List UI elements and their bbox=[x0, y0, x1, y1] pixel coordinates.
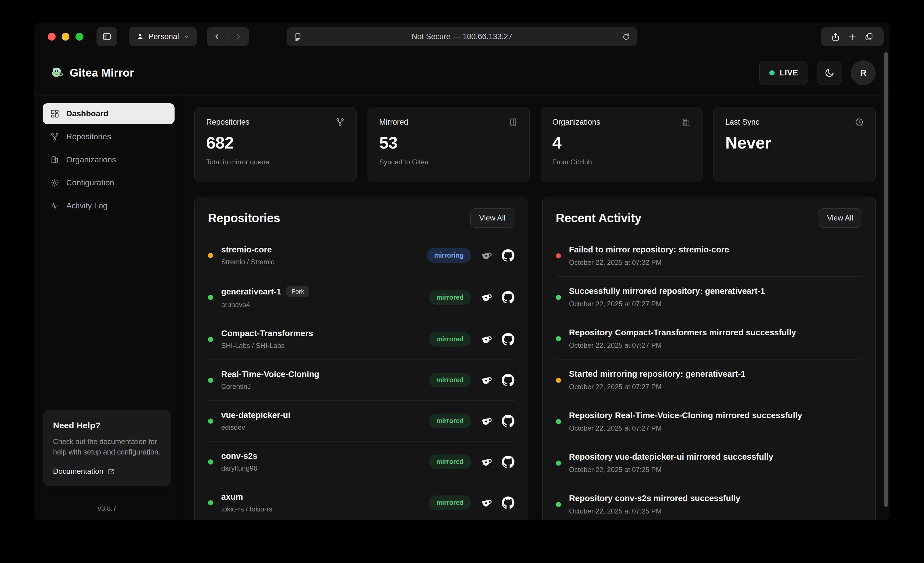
sidebar-item-configuration[interactable]: Configuration bbox=[43, 172, 174, 193]
sidebar-item-icon bbox=[50, 178, 59, 187]
activity-text: Repository vue-datepicker-ui mirrored su… bbox=[569, 452, 773, 462]
zoom-window-button[interactable] bbox=[75, 33, 83, 40]
forward-icon bbox=[234, 33, 242, 40]
help-title: Need Help? bbox=[53, 421, 161, 430]
github-icon[interactable] bbox=[502, 291, 514, 304]
help-box: Need Help? Check out the documentation f… bbox=[43, 410, 171, 486]
gitea-icon[interactable] bbox=[480, 374, 492, 386]
repo-name: conv-s2s bbox=[221, 451, 258, 461]
gitea-icon[interactable] bbox=[480, 497, 492, 509]
app-title: Gitea Mirror bbox=[70, 66, 134, 79]
repo-status-badge: mirrored bbox=[429, 413, 471, 428]
github-icon[interactable] bbox=[502, 249, 514, 262]
repo-owner: Stremio / Stremio bbox=[221, 258, 274, 266]
activity-row[interactable]: Failed to mirror repository: stremio-cor… bbox=[556, 235, 862, 276]
close-window-button[interactable] bbox=[48, 33, 56, 40]
live-dot bbox=[770, 70, 774, 75]
traffic-lights bbox=[48, 33, 83, 40]
activity-text: Repository conv-s2s mirrored successfull… bbox=[569, 494, 741, 503]
activity-row[interactable]: Started mirroring repository: generative… bbox=[556, 359, 862, 401]
activity-text: Failed to mirror repository: stremio-cor… bbox=[569, 245, 729, 255]
activity-timestamp: October 22, 2025 at 07:25 PM bbox=[569, 466, 773, 474]
sidebar-toggle-button[interactable] bbox=[96, 27, 117, 46]
repo-row[interactable]: conv-s2s darylfung96 mirrored bbox=[208, 441, 514, 482]
repo-row[interactable]: vue-datepicker-ui edisdev mirrored bbox=[208, 400, 514, 441]
activity-row[interactable]: Successfully mirrored repository: genera… bbox=[556, 276, 862, 318]
github-icon[interactable] bbox=[502, 456, 514, 468]
brand[interactable]: Gitea Mirror bbox=[50, 66, 134, 80]
stat-value: 682 bbox=[206, 133, 345, 152]
profile-label: Personal bbox=[148, 32, 179, 41]
sidebar-item-organizations[interactable]: Organizations bbox=[43, 150, 174, 170]
repo-name: vue-datepicker-ui bbox=[221, 410, 290, 420]
repo-name: Compact-Transformers bbox=[221, 329, 313, 338]
activity-row[interactable]: Repository Real-Time-Voice-Cloning mirro… bbox=[556, 401, 862, 442]
new-tab-icon[interactable] bbox=[848, 32, 857, 42]
repo-row[interactable]: Compact-Transformers SHI-Labs / SHI-Labs… bbox=[208, 319, 514, 359]
sidebar-item-icon bbox=[50, 109, 59, 118]
tab-overview-icon[interactable] bbox=[864, 32, 874, 42]
github-icon[interactable] bbox=[502, 497, 514, 509]
repo-status-dot bbox=[208, 500, 213, 505]
activity-view-all-button[interactable]: View All bbox=[818, 208, 862, 228]
sidebar-item-repositories[interactable]: Repositories bbox=[43, 126, 174, 147]
gitea-icon[interactable] bbox=[480, 333, 492, 345]
repo-row[interactable]: Real-Time-Voice-Cloning CorentinJ mirror… bbox=[208, 359, 514, 400]
documentation-link[interactable]: Documentation bbox=[53, 467, 161, 476]
gitea-icon[interactable] bbox=[480, 291, 492, 303]
stat-icon bbox=[855, 117, 864, 127]
github-icon[interactable] bbox=[502, 415, 514, 427]
activity-text: Repository Real-Time-Voice-Cloning mirro… bbox=[569, 411, 802, 420]
sidebar-item-dashboard[interactable]: Dashboard bbox=[43, 103, 174, 124]
activity-row[interactable]: Repository Compact-Transformers mirrored… bbox=[556, 318, 862, 359]
sidebar-toggle-icon bbox=[102, 31, 112, 42]
repo-owner: arunavo4 bbox=[221, 301, 309, 309]
share-icon[interactable] bbox=[831, 32, 840, 42]
activity-panel: Recent Activity View All Failed to mirro… bbox=[542, 196, 876, 520]
repo-row[interactable]: stremio-core Stremio / Stremio mirroring bbox=[208, 235, 514, 276]
browser-titlebar: Personal Not Secure — 100.66.133.27 bbox=[34, 23, 890, 50]
activity-timestamp: October 22, 2025 at 07:27 PM bbox=[569, 424, 802, 432]
repo-row[interactable]: axum tokio-rs / tokio-rs mirrored bbox=[208, 482, 514, 520]
activity-text: Repository Compact-Transformers mirrored… bbox=[569, 328, 796, 337]
activity-timestamp: October 22, 2025 at 07:32 PM bbox=[569, 259, 729, 267]
back-button[interactable] bbox=[207, 27, 228, 46]
activity-row[interactable]: Repository vue-datepicker-ui mirrored su… bbox=[556, 442, 862, 484]
gitea-icon[interactable] bbox=[480, 250, 492, 262]
repositories-view-all-button[interactable]: View All bbox=[470, 208, 514, 228]
github-icon[interactable] bbox=[502, 374, 514, 386]
address-bar[interactable]: Not Secure — 100.66.133.27 bbox=[286, 27, 638, 46]
stat-subtext: Total in mirror queue bbox=[206, 158, 345, 166]
app-header: Gitea Mirror LIVE R bbox=[34, 50, 890, 96]
sidebar-item-activity-log[interactable]: Activity Log bbox=[43, 195, 174, 216]
stat-card: Repositories 682 Total in mirror queue bbox=[194, 107, 357, 182]
activity-timestamp: October 22, 2025 at 07:25 PM bbox=[569, 507, 741, 515]
sidebar: Dashboard Repositories Organizations Con… bbox=[34, 96, 180, 520]
repo-list: stremio-core Stremio / Stremio mirroring… bbox=[208, 235, 514, 520]
live-status-button[interactable]: LIVE bbox=[759, 61, 808, 85]
stat-card: Organizations 4 From GitHub bbox=[541, 107, 703, 182]
repo-status-badge: mirrored bbox=[429, 373, 471, 388]
repo-status-dot bbox=[208, 253, 213, 258]
avatar[interactable]: R bbox=[851, 60, 876, 85]
gitea-icon[interactable] bbox=[480, 456, 492, 468]
sidebar-item-label: Activity Log bbox=[66, 201, 107, 210]
fork-badge: Fork bbox=[286, 286, 309, 297]
repo-owner: tokio-rs / tokio-rs bbox=[221, 505, 272, 513]
scrollbar-thumb[interactable] bbox=[884, 52, 888, 507]
repo-row[interactable]: generativeart-1 Fork arunavo4 mirrored bbox=[208, 276, 514, 319]
sidebar-item-icon bbox=[50, 132, 59, 141]
minimize-window-button[interactable] bbox=[62, 33, 69, 40]
forward-button[interactable] bbox=[228, 27, 249, 46]
activity-row[interactable]: Repository conv-s2s mirrored successfull… bbox=[556, 484, 862, 520]
sidebar-item-label: Configuration bbox=[66, 178, 114, 187]
github-icon[interactable] bbox=[502, 333, 514, 346]
repo-status-badge: mirrored bbox=[429, 455, 471, 469]
profile-menu-button[interactable]: Personal bbox=[129, 27, 197, 46]
theme-toggle-button[interactable] bbox=[817, 61, 842, 85]
stat-subtext: Synced to Gitea bbox=[380, 158, 518, 166]
url-text[interactable]: Not Secure — 100.66.133.27 bbox=[286, 32, 638, 41]
activity-text: Started mirroring repository: generative… bbox=[569, 369, 746, 379]
gitea-icon[interactable] bbox=[480, 415, 492, 427]
activity-status-dot bbox=[556, 461, 561, 466]
